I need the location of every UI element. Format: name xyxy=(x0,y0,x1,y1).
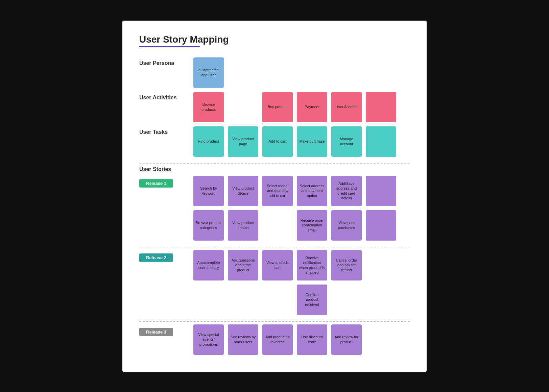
release3-cards: View special events/ promotions See revi… xyxy=(193,324,410,355)
card-buy-product: Buy product xyxy=(262,92,293,122)
release2-row1: Autocomplete search entry Ask questions … xyxy=(193,250,410,280)
empty-slot-r2 xyxy=(366,250,396,280)
user-tasks-cards: Find product View product page Add to ca… xyxy=(193,126,410,157)
release1-left: Release 1 xyxy=(139,176,193,188)
release1-section: Release 1 Search by keyword View product… xyxy=(139,176,410,241)
release1-badge: Release 1 xyxy=(139,179,173,188)
card-view-edit-cart: View and edit cart xyxy=(262,250,293,280)
card-ecommerce-user: eCommerce app user xyxy=(193,57,224,88)
canvas: User Story Mapping User Persona eCommerc… xyxy=(122,21,427,372)
divider-2 xyxy=(139,247,410,247)
release3-section: Release 3 View special events/ promotion… xyxy=(139,324,410,355)
user-activities-label: User Activities xyxy=(139,92,193,101)
card-payment: Payment xyxy=(297,92,327,122)
divider-1 xyxy=(139,163,410,164)
user-tasks-section: User Tasks Find product View product pag… xyxy=(139,126,410,157)
card-see-reviews: See reviews by other users xyxy=(228,324,258,355)
user-tasks-label: User Tasks xyxy=(139,126,193,135)
empty-r2-3 xyxy=(262,285,293,315)
release3-left: Release 3 xyxy=(139,324,193,336)
card-browse-products: Browse products xyxy=(193,92,224,122)
card-confirm-received: Confirm product received xyxy=(297,285,327,315)
card-add-save-address: Add/Save address and credit card details xyxy=(331,176,362,206)
release3-row1: View special events/ promotions See revi… xyxy=(193,324,410,355)
card-select-model: Select model and quantity, add to cart xyxy=(262,176,293,206)
card-make-purchase: Make purchase xyxy=(297,126,327,157)
card-activity-empty xyxy=(366,92,396,122)
release2-row2: Confirm product received xyxy=(193,285,410,315)
empty-r2-1 xyxy=(193,285,224,315)
user-persona-label: User Persona xyxy=(139,57,193,66)
empty-slot-r1 xyxy=(262,210,293,241)
card-task-empty xyxy=(366,126,396,157)
card-special-events: View special events/ promotions xyxy=(193,324,224,355)
card-browse-categories: Browse product categories xyxy=(193,210,224,241)
user-persona-cards: eCommerce app user xyxy=(193,57,410,88)
title-underline xyxy=(139,46,200,47)
card-add-to-cart: Add to cart xyxy=(262,126,293,157)
release2-left: Release 2 xyxy=(139,250,193,262)
card-user-account: User Account xyxy=(331,92,362,122)
user-stories-heading: User Stories xyxy=(139,166,410,172)
card-view-product-details: View product details xyxy=(228,176,258,206)
release1-row2: Browse product categories View product p… xyxy=(193,210,410,241)
user-persona-section: User Persona eCommerce app user xyxy=(139,57,410,88)
empty-r2-5 xyxy=(366,285,396,315)
card-manage-account: Manage account xyxy=(331,126,362,157)
card-view-product-page: View product page xyxy=(228,126,258,157)
card-cancel-order: Cancel order and ask for refund xyxy=(331,250,362,280)
card-autocomplete: Autocomplete search entry xyxy=(193,250,224,280)
release1-cards: Search by keyword View product details S… xyxy=(193,176,410,241)
release1-row1: Search by keyword View product details S… xyxy=(193,176,410,206)
empty-r2-2 xyxy=(228,285,258,315)
release2-badge: Release 2 xyxy=(139,253,173,262)
card-add-review: Add review for product xyxy=(331,324,362,355)
empty-slot xyxy=(228,92,258,122)
empty-r3-1 xyxy=(366,324,396,355)
card-r1-empty1 xyxy=(366,176,396,206)
card-discount-code: Use discount code xyxy=(297,324,327,355)
card-ask-questions: Ask questions about the product xyxy=(228,250,258,280)
card-past-purchases: View past purchases xyxy=(331,210,362,241)
release2-cards: Autocomplete search entry Ask questions … xyxy=(193,250,410,315)
divider-3 xyxy=(139,321,410,322)
card-order-confirmation: Receive order confirmation email xyxy=(297,210,327,241)
release2-section: Release 2 Autocomplete search entry Ask … xyxy=(139,250,410,315)
card-receive-notification: Receive notification when product is shi… xyxy=(297,250,327,280)
page-title: User Story Mapping xyxy=(139,34,410,45)
card-view-product-photos: View product photos xyxy=(228,210,258,241)
card-find-product: Find product xyxy=(193,126,224,157)
user-activities-section: User Activities Browse products Buy prod… xyxy=(139,92,410,122)
card-r1-empty2 xyxy=(366,210,396,241)
user-activities-cards: Browse products Buy product Payment User… xyxy=(193,92,410,122)
card-add-favorites: Add product to favorites xyxy=(262,324,293,355)
release3-badge: Release 3 xyxy=(139,328,173,336)
empty-r2-4 xyxy=(331,285,362,315)
card-search-keyword: Search by keyword xyxy=(193,176,224,206)
card-select-address: Select address and payment option xyxy=(297,176,327,206)
